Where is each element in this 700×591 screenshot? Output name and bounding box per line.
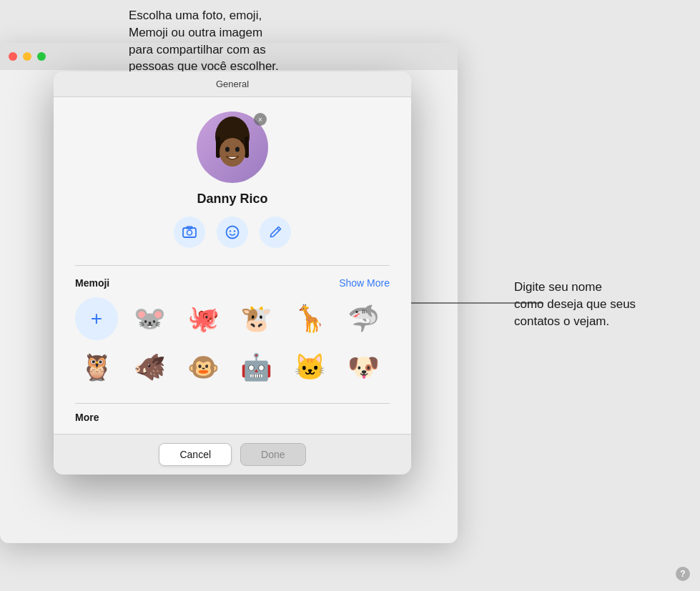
emoji-item-octopus[interactable]: 🐙 [182, 297, 225, 340]
edit-name-button[interactable] [260, 217, 291, 248]
show-more-button[interactable]: Show More [339, 277, 390, 289]
svg-point-15 [187, 230, 192, 235]
avatar-container: × [197, 111, 268, 183]
dialog-footer: Cancel Done [54, 434, 411, 475]
more-section: More [75, 403, 390, 434]
emoji-item-boar[interactable]: 🐗 [129, 346, 172, 389]
emoji-button[interactable] [217, 217, 248, 248]
memoji-section: Memoji Show More + 🐭 🐙 🐮 🦒 🦈 🦉 🐗 🐵 🤖 [75, 266, 390, 403]
emoji-item-cat[interactable]: 🐱 [289, 346, 332, 389]
memoji-section-title: Memoji [75, 277, 109, 289]
help-button[interactable]: ? [676, 567, 690, 581]
svg-rect-5 [216, 136, 220, 158]
emoji-item-owl[interactable]: 🦉 [75, 346, 118, 389]
add-memoji-button[interactable]: + [75, 297, 118, 340]
emoji-grid-row2: 🦉 🐗 🐵 🤖 🐱 🐶 [75, 346, 390, 389]
emoji-item-shark[interactable]: 🦈 [342, 297, 385, 340]
user-name: Danny Rico [197, 192, 267, 207]
emoji-item-cow[interactable]: 🐮 [235, 297, 278, 340]
photo-button[interactable] [174, 217, 205, 248]
memoji-svg [200, 115, 265, 179]
action-buttons-row [174, 217, 291, 248]
main-dialog: General [54, 71, 411, 475]
svg-point-19 [234, 230, 235, 232]
done-button[interactable]: Done [240, 443, 305, 466]
emoji-item-mouse[interactable]: 🐭 [129, 297, 172, 340]
svg-point-13 [235, 147, 240, 152]
photo-icon [182, 224, 197, 240]
emoji-grid-row1: + 🐭 🐙 🐮 🦒 🦈 [75, 297, 390, 340]
emoji-item-robot[interactable]: 🤖 [235, 346, 278, 389]
dialog-titlebar: General [54, 71, 411, 97]
emoji-item-giraffe[interactable]: 🦒 [289, 297, 332, 340]
more-section-title: More [75, 412, 99, 423]
emoji-icon [225, 224, 240, 240]
emoji-item-dog[interactable]: 🐶 [342, 346, 385, 389]
svg-point-17 [227, 227, 239, 239]
tooltip-top: Escolha uma foto, emoji, Memoji ou outra… [129, 7, 286, 75]
emoji-item-monkey[interactable]: 🐵 [182, 346, 225, 389]
svg-rect-8 [245, 136, 249, 158]
memoji-section-header: Memoji Show More [75, 277, 390, 289]
svg-rect-14 [183, 228, 196, 237]
svg-point-11 [220, 138, 245, 167]
dialog-title: General [216, 79, 249, 89]
avatar-close-button[interactable]: × [254, 113, 267, 126]
close-traffic-light [9, 52, 17, 61]
minimize-traffic-light [23, 52, 31, 61]
pencil-icon [268, 225, 282, 239]
svg-point-12 [225, 147, 230, 152]
tooltip-right: Digite seu nome como deseja que seus con… [514, 279, 657, 329]
svg-point-18 [230, 230, 231, 232]
dialog-content: × Danny Rico [54, 97, 411, 434]
cancel-button[interactable]: Cancel [159, 443, 232, 466]
zoom-traffic-light [37, 52, 46, 61]
